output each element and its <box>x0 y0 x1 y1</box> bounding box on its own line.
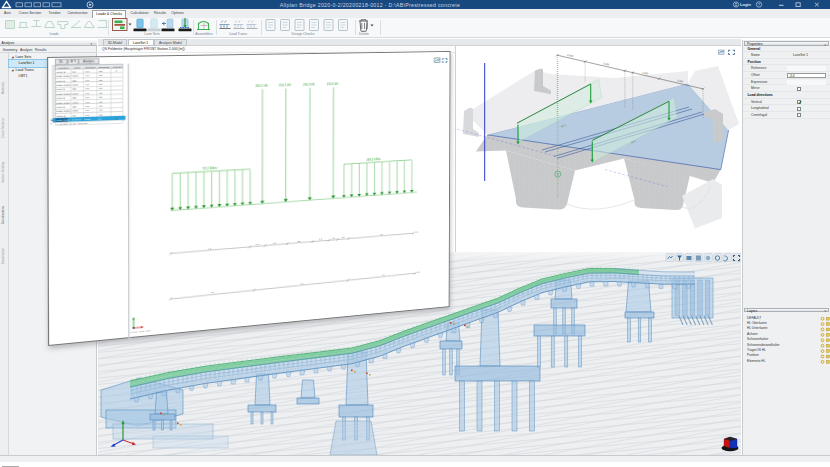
svg-text:Axle/type: Axle/type <box>58 65 70 69</box>
svg-text:DISTANCE 4: DISTANCE 4 <box>57 101 72 104</box>
svg-text:kN/m: kN/m <box>72 92 78 95</box>
svg-text:DISTANCE 1: DISTANCE 1 <box>57 75 72 78</box>
svg-text:kN/m: kN/m <box>72 75 78 78</box>
svg-text:QLOAD: QLOAD <box>57 115 66 118</box>
svg-text:250: 250 <box>73 106 78 109</box>
svg-text:✓: ✓ <box>115 69 118 73</box>
svg-text:1,0: 1,0 <box>342 236 346 239</box>
svg-text:x=1,2 y=0,0 z=1,00: x=1,2 y=0,0 z=1,00 <box>130 329 151 334</box>
svg-text:4,5: 4,5 <box>208 247 212 250</box>
svg-text:1,5: 1,5 <box>319 238 323 241</box>
svg-text:PLOAD: PLOAD <box>57 106 66 109</box>
svg-text:?: ? <box>758 2 761 7</box>
svg-text:Minimum: Minimum <box>85 65 96 69</box>
svg-text:443,2 kN/m: 443,2 kN/m <box>367 157 381 161</box>
svg-text:►: ► <box>51 118 54 122</box>
svg-text:DISTANCE 5: DISTANCE 5 <box>57 110 72 113</box>
svg-text:kN: kN <box>72 71 75 74</box>
svg-text:6,4: 6,4 <box>301 282 305 285</box>
svg-text:97,2 kN/m²: 97,2 kN/m² <box>203 167 219 171</box>
svg-text:Login: Login <box>740 2 751 7</box>
svg-text:[m]: [m] <box>415 231 418 234</box>
svg-text:0,5: 0,5 <box>332 237 336 240</box>
svg-text:250,1 kN: 250,1 kN <box>255 85 268 89</box>
svg-text:*: * <box>51 124 53 128</box>
svg-text:DISTANCE 3: DISTANCE 3 <box>57 93 72 96</box>
svg-text:4,5: 4,5 <box>382 274 385 277</box>
svg-text:250: 250 <box>72 97 77 100</box>
svg-text:250: 250 <box>72 79 77 82</box>
svg-text:2,5: 2,5 <box>297 240 301 243</box>
svg-text:4,5: 4,5 <box>380 233 383 236</box>
svg-text:PLOAD: PLOAD <box>57 80 66 83</box>
svg-text:[m]: [m] <box>417 271 420 274</box>
svg-text:250,1 kN: 250,1 kN <box>279 84 291 88</box>
svg-text:PLOAD: PLOAD <box>57 88 66 91</box>
svg-text:DISTANCE 2: DISTANCE 2 <box>57 84 72 87</box>
svg-text:kN/m: kN/m <box>72 84 78 87</box>
svg-text:250,9 kN: 250,9 kN <box>303 83 315 87</box>
svg-text:kN: kN <box>73 114 76 117</box>
svg-text:250,9 kN: 250,9 kN <box>327 83 339 87</box>
svg-text:250: 250 <box>72 88 77 91</box>
svg-text:0,5: 0,5 <box>273 242 277 245</box>
svg-text:1,5: 1,5 <box>256 243 260 246</box>
svg-text:Value: Value <box>74 65 81 69</box>
svg-text:4,5: 4,5 <box>211 292 215 295</box>
svg-text:PLOAD: PLOAD <box>57 97 66 100</box>
svg-text:Maximum: Maximum <box>98 65 109 69</box>
svg-text:kN/m: kN/m <box>73 101 79 104</box>
svg-text:Analysis: Analysis <box>112 65 122 69</box>
svg-text:kN/m: kN/m <box>73 110 79 113</box>
svg-text:QLOAD: QLOAD <box>57 71 66 74</box>
